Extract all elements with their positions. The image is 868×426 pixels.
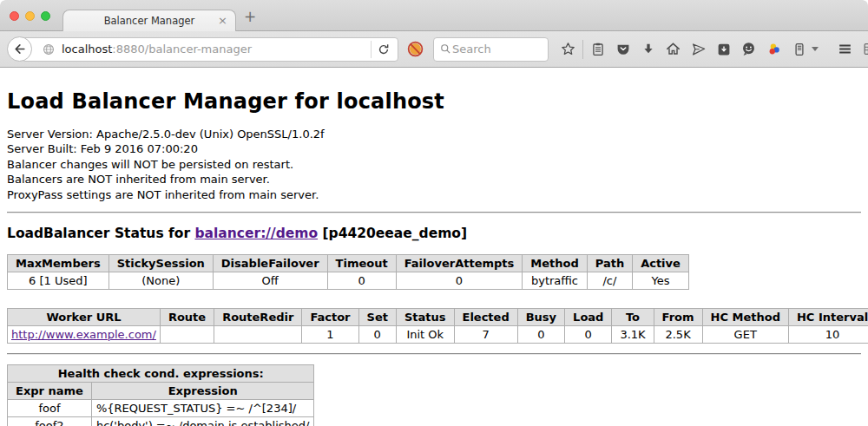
cell: 7 (454, 326, 517, 344)
chevron-down-icon[interactable] (812, 47, 819, 51)
extension-download-button[interactable] (711, 36, 736, 62)
clipboard-icon (590, 42, 606, 57)
column-header: FailoverAttempts (396, 255, 523, 272)
cell: 0 (396, 272, 523, 290)
column-header: Status (396, 309, 454, 326)
navigation-toolbar: localhost:8880/balancer-manager (0, 31, 868, 68)
info-line: Balancer changes will NOT be persisted o… (7, 157, 861, 172)
tab-balancer-manager[interactable]: Balancer Manager × (62, 10, 236, 31)
worker-table: Worker URL Route RouteRedir Factor Set S… (7, 308, 868, 344)
info-line: ProxyPass settings are NOT inherited fro… (7, 187, 861, 202)
tab-close-icon[interactable]: × (218, 14, 227, 27)
cell: 10 (788, 326, 868, 344)
column-header: Set (358, 309, 396, 326)
globe-icon (42, 43, 56, 56)
downloads-button[interactable] (635, 36, 661, 62)
window-zoom-button[interactable] (41, 11, 50, 21)
horizontal-rule (7, 353, 861, 355)
table-title-row: Health check cond. expressions: (8, 365, 314, 383)
column-header: Expr name (8, 383, 92, 400)
table-row: foof %{REQUEST_STATUS} =~ /^[234]/ (8, 400, 314, 417)
pocket-icon (615, 42, 631, 57)
paper-plane-icon (691, 42, 707, 57)
status-heading-prefix: LoadBalancer Status for (7, 226, 194, 241)
send-to-device-button[interactable] (686, 36, 711, 62)
server-info: Server Version: Apache/2.5.0-dev (Unix) … (7, 127, 861, 202)
divider (582, 40, 583, 59)
search-input[interactable] (452, 43, 530, 56)
balancer-demo-link[interactable]: balancer://demo (194, 226, 318, 241)
column-header: RouteRedir (214, 309, 302, 326)
server-version-line: Server Version: Apache/2.5.0-dev (Unix) … (7, 127, 861, 141)
cell: 0 (565, 326, 612, 344)
column-header: To (612, 309, 654, 326)
back-button[interactable] (7, 36, 32, 62)
reload-icon (377, 43, 391, 56)
new-tab-button[interactable]: + (244, 8, 256, 25)
expression-cell: %{REQUEST_STATUS} =~ /^[234]/ (91, 400, 314, 417)
reading-list-button[interactable] (585, 36, 610, 62)
cell (214, 326, 302, 344)
column-header: StickySession (108, 255, 213, 272)
info-line: Balancers are NOT inherited from main se… (7, 172, 861, 187)
cell: Init Ok (396, 326, 454, 344)
cell (160, 326, 214, 344)
content-blocked-icon[interactable] (406, 40, 424, 58)
column-header: MaxMembers (8, 255, 109, 272)
balancer-table: MaxMembers StickySession DisableFailover… (7, 254, 689, 290)
toolbar-icons (556, 36, 868, 62)
window-minimize-button[interactable] (25, 11, 35, 21)
table-row: foof2 hc('body') =~ /domain is establish… (8, 417, 314, 426)
bookmark-star-button[interactable] (556, 36, 581, 62)
home-icon (665, 41, 681, 57)
reload-button[interactable] (377, 43, 398, 56)
column-header: Factor (302, 309, 358, 326)
cell: 3.1K (612, 326, 654, 344)
cell: (None) (108, 272, 213, 290)
smiley-chat-icon (740, 41, 757, 57)
worker-url-link[interactable]: http://www.example.com/ (11, 328, 156, 341)
cell: 0 (327, 272, 396, 290)
column-header: Method (523, 255, 587, 272)
dark-square-download-icon (716, 42, 732, 57)
status-heading-suffix: [p4420eeae_demo] (318, 226, 467, 241)
titlebar: Balancer Manager × + (0, 0, 868, 31)
cell: Off (213, 272, 327, 290)
cell: GET (702, 326, 788, 344)
column-header: Expression (91, 383, 314, 400)
column-header: HC Interval (788, 309, 868, 326)
colored-dots-icon (766, 42, 782, 57)
back-arrow-icon (12, 42, 27, 56)
table-extension-button[interactable] (858, 36, 868, 62)
colorzilla-button[interactable] (761, 36, 786, 62)
column-header: HC Method (702, 309, 788, 326)
cell: 6 [1 Used] (8, 272, 109, 290)
table-header-row: Worker URL Route RouteRedir Factor Set S… (8, 309, 868, 326)
search-bar[interactable] (433, 37, 549, 62)
url-bar[interactable]: localhost:8880/balancer-manager (22, 37, 398, 62)
url-host: localhost (62, 43, 112, 56)
url-input[interactable]: localhost:8880/balancer-manager (62, 43, 365, 56)
divider (371, 41, 372, 58)
browser-window: Balancer Manager × + localhost:8880/bala… (0, 0, 868, 426)
url-path: :8880/balancer-manager (112, 43, 252, 56)
table-header-row: MaxMembers StickySession DisableFailover… (8, 255, 689, 272)
home-button[interactable] (661, 36, 686, 62)
hamburger-icon (837, 41, 853, 57)
health-table-title: Health check cond. expressions: (8, 365, 314, 383)
table-header-row: Expr name Expression (8, 383, 314, 400)
page-title: Load Balancer Manager for localhost (7, 68, 861, 114)
status-heading: LoadBalancer Status for balancer://demo … (7, 226, 861, 241)
window-close-button[interactable] (10, 11, 19, 21)
pocket-button[interactable] (610, 36, 635, 62)
server-built-line: Server Built: Feb 9 2016 07:00:20 (7, 141, 861, 156)
expr-name-cell: foof2 (8, 417, 92, 426)
column-header: Timeout (327, 255, 396, 272)
battery-list-icon (792, 42, 807, 57)
cell: Yes (633, 272, 689, 290)
search-icon (439, 43, 452, 56)
cell: bytraffic (523, 272, 587, 290)
menu-button[interactable] (832, 36, 858, 62)
container-button[interactable] (786, 36, 812, 62)
feedback-button[interactable] (736, 36, 761, 62)
